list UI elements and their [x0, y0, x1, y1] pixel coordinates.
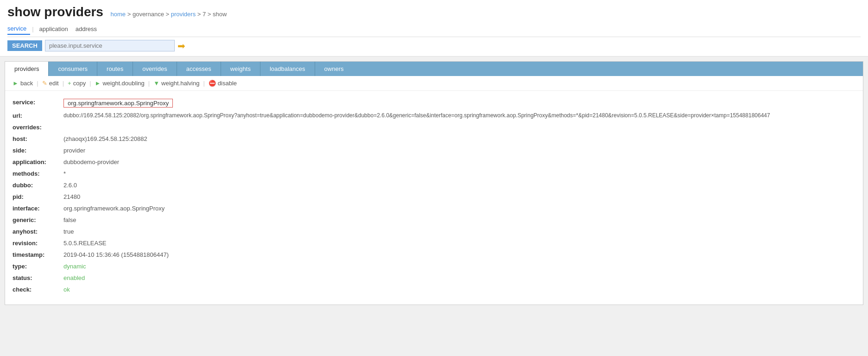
nav-tab-routes[interactable]: routes	[97, 62, 133, 76]
copy-icon: +	[68, 80, 71, 87]
key-pid: pid:	[13, 193, 63, 200]
disable-button[interactable]: disable	[218, 80, 237, 87]
breadcrumb-home[interactable]: home	[111, 11, 126, 18]
row-overrides: overrides:	[13, 121, 855, 133]
val-type: dynamic	[63, 263, 86, 270]
copy-button[interactable]: copy	[73, 80, 86, 87]
row-dubbo: dubbo: 2.6.0	[13, 179, 855, 191]
key-methods: methods:	[13, 170, 63, 177]
key-type: type:	[13, 263, 63, 270]
key-generic: generic:	[13, 216, 63, 223]
search-input[interactable]	[45, 40, 175, 51]
row-host: host: (zhaoqx)169.254.58.125:20882	[13, 133, 855, 145]
val-dubbo: 2.6.0	[63, 182, 77, 189]
key-side: side:	[13, 147, 63, 154]
val-host: (zhaoqx)169.254.58.125:20882	[63, 135, 147, 142]
key-url: url:	[13, 112, 63, 119]
val-status: enabled	[63, 274, 85, 281]
search-tabs: service | application address	[7, 23, 861, 37]
row-type: type: dynamic	[13, 261, 855, 272]
tab-service[interactable]: service	[7, 23, 30, 35]
row-pid: pid: 21480	[13, 191, 855, 203]
main-content: providers consumers routes overrides acc…	[5, 61, 863, 305]
val-side: provider	[63, 147, 85, 154]
key-status: status:	[13, 274, 63, 281]
row-interface: interface: org.springframework.aop.Sprin…	[13, 203, 855, 214]
search-row: SEARCH ➡	[7, 40, 861, 51]
edit-icon: ✎	[42, 80, 47, 87]
tab-address[interactable]: address	[72, 24, 101, 34]
key-check: check:	[13, 286, 63, 293]
key-revision: revision:	[13, 240, 63, 247]
row-service: service: org.springframework.aop.SpringP…	[13, 96, 855, 110]
val-anyhost: true	[63, 228, 74, 235]
val-check: ok	[63, 286, 70, 293]
row-check: check: ok	[13, 284, 855, 295]
row-revision: revision: 5.0.5.RELEASE	[13, 237, 855, 249]
row-timestamp: timestamp: 2019-04-10 15:36:46 (15548818…	[13, 249, 855, 261]
nav-tab-owners[interactable]: owners	[315, 62, 353, 76]
back-button[interactable]: back	[20, 80, 33, 87]
row-methods: methods: *	[13, 168, 855, 179]
tab-application[interactable]: application	[36, 24, 72, 34]
key-host: host:	[13, 135, 63, 142]
weight-halving-button[interactable]: weight.halving	[161, 80, 199, 87]
val-service: org.springframework.aop.SpringProxy	[63, 99, 173, 108]
row-side: side: provider	[13, 145, 855, 156]
row-generic: generic: false	[13, 214, 855, 226]
detail-table: service: org.springframework.aop.SpringP…	[5, 91, 863, 305]
weight-doubling-button[interactable]: weight.doubling	[102, 80, 144, 87]
val-revision: 5.0.5.RELEASE	[63, 240, 107, 247]
val-interface: org.springframework.aop.SpringProxy	[63, 205, 165, 212]
page-header: show providers home > governance > provi…	[0, 0, 868, 21]
edit-button[interactable]: edit	[49, 80, 59, 87]
page-title: show providers	[7, 5, 103, 19]
back-icon: ►	[13, 80, 19, 87]
key-interface: interface:	[13, 205, 63, 212]
nav-tab-providers[interactable]: providers	[5, 62, 48, 76]
key-dubbo: dubbo:	[13, 182, 63, 189]
nav-tabs-bar: providers consumers routes overrides acc…	[5, 62, 863, 76]
key-timestamp: timestamp:	[13, 251, 63, 258]
search-area: service | application address SEARCH ➡	[0, 21, 868, 57]
val-generic: false	[63, 216, 76, 223]
key-overrides: overrides:	[13, 124, 63, 131]
nav-tab-consumers[interactable]: consumers	[48, 62, 97, 76]
key-application: application:	[13, 159, 63, 165]
key-anyhost: anyhost:	[13, 228, 63, 235]
search-label: SEARCH	[7, 40, 42, 51]
nav-tab-loadbalances[interactable]: loadbalances	[260, 62, 315, 76]
action-bar: ► back | ✎ edit | + copy | ► weight.doub…	[5, 76, 863, 91]
val-timestamp: 2019-04-10 15:36:46 (1554881806447)	[63, 251, 169, 258]
nav-tab-overrides[interactable]: overrides	[133, 62, 176, 76]
weight-doubling-icon: ►	[95, 80, 101, 87]
weight-halving-icon: ▼	[153, 80, 159, 87]
breadcrumb-providers[interactable]: providers	[171, 11, 196, 18]
breadcrumb: home > governance > providers > 7 > show	[111, 11, 227, 18]
nav-tab-accesses[interactable]: accesses	[177, 62, 221, 76]
val-url: dubbo://169.254.58.125:20882/org.springf…	[63, 112, 855, 119]
key-service: service:	[13, 99, 63, 106]
row-status: status: enabled	[13, 272, 855, 284]
val-pid: 21480	[63, 193, 80, 200]
disable-icon: ⛔	[209, 80, 216, 87]
search-button[interactable]: ➡	[177, 40, 185, 51]
val-application: dubbodemo-provider	[63, 159, 119, 165]
row-anyhost: anyhost: true	[13, 226, 855, 237]
val-methods: *	[63, 170, 66, 177]
row-application: application: dubbodemo-provider	[13, 156, 855, 168]
nav-tab-weights[interactable]: weights	[221, 62, 260, 76]
row-url: url: dubbo://169.254.58.125:20882/org.sp…	[13, 110, 855, 121]
